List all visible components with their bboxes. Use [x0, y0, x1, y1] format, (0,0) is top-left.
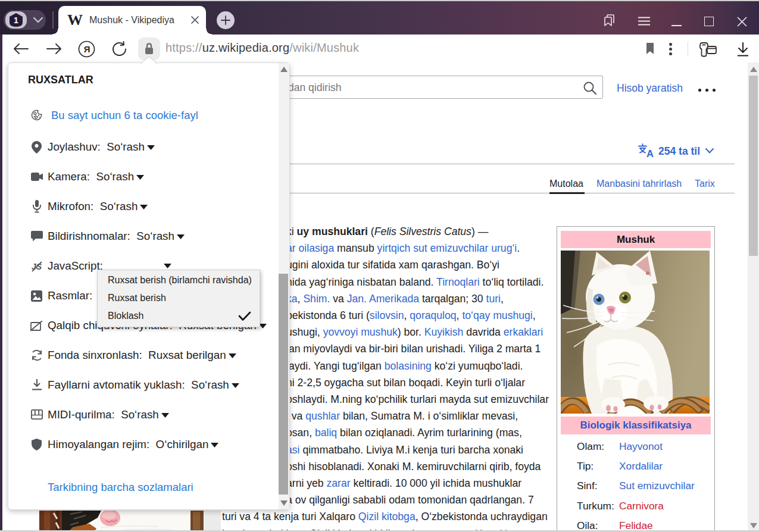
- svg-text:1: 1: [14, 15, 18, 25]
- svg-text:R: R: [83, 44, 90, 54]
- svg-text:A: A: [646, 148, 654, 158]
